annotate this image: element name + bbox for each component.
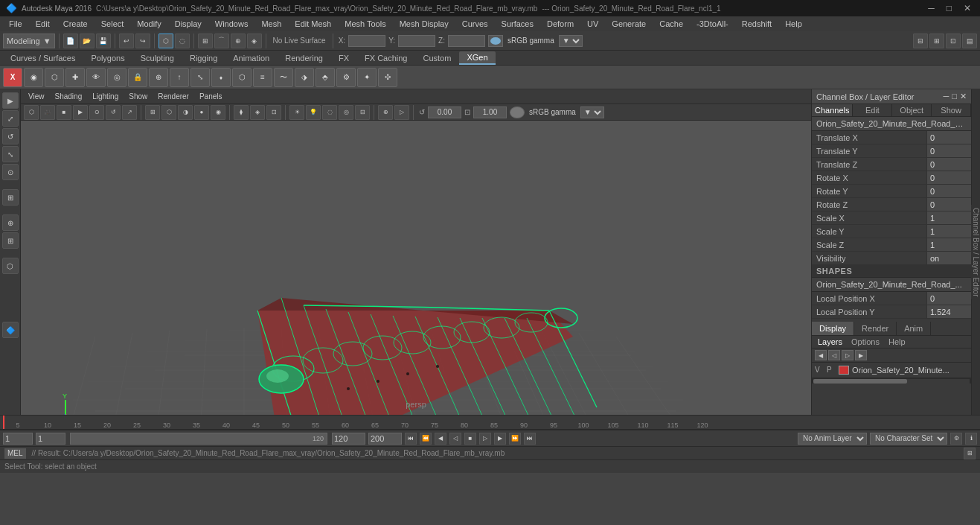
shelf-icon-eye2[interactable]: ◎ bbox=[107, 68, 126, 87]
vp-btn-1[interactable]: ⬡ bbox=[24, 105, 39, 120]
vp-ao-btn[interactable]: ◌ bbox=[322, 105, 337, 120]
tool-2[interactable]: ⤢ bbox=[2, 110, 19, 127]
vp-menu-lighting[interactable]: Lighting bbox=[88, 92, 123, 101]
layer-btn-fwd[interactable]: ▶ bbox=[855, 350, 867, 360]
frame-current-input[interactable] bbox=[36, 433, 65, 445]
channel-value-lpx[interactable]: 0 bbox=[926, 292, 971, 305]
vp-btn-2[interactable]: 🎥 bbox=[40, 105, 55, 120]
anim-btn-start[interactable]: ⏮ bbox=[405, 433, 417, 445]
cb-tab-channels[interactable]: Channels bbox=[812, 104, 853, 116]
layer-p-btn[interactable]: P bbox=[827, 366, 836, 374]
color-swatch[interactable] bbox=[488, 35, 503, 47]
shelf-tab-animation[interactable]: Animation bbox=[225, 52, 277, 64]
new-file-btn[interactable]: 📄 bbox=[63, 34, 78, 48]
cb-minimize-btn[interactable]: ─ bbox=[944, 92, 949, 101]
shelf-tab-xgen[interactable]: XGen bbox=[459, 51, 495, 65]
tool-7[interactable]: ⊕ bbox=[2, 214, 19, 231]
anim-btn-play-fwd[interactable]: ▷ bbox=[479, 433, 491, 445]
display-tab-render[interactable]: Render bbox=[854, 322, 897, 335]
menu-redshift[interactable]: Redshift bbox=[736, 18, 778, 30]
close-button[interactable]: ✕ bbox=[961, 3, 974, 13]
channel-value-ry[interactable]: 0 bbox=[926, 185, 971, 197]
channel-value-tz[interactable]: 0 bbox=[926, 158, 971, 171]
view3d[interactable]: X Y Z persp bbox=[21, 121, 811, 415]
snap-grid-btn[interactable]: ⊞ bbox=[198, 34, 213, 48]
vp-light2-btn[interactable]: 💡 bbox=[306, 105, 321, 120]
vp-menu-panels[interactable]: Panels bbox=[195, 92, 227, 101]
menu-windows[interactable]: Windows bbox=[209, 18, 254, 30]
layer-tab-layers[interactable]: Layers bbox=[815, 337, 845, 346]
vp-shadow-btn[interactable]: ⊡ bbox=[266, 105, 281, 120]
shelf-icon-shape4[interactable]: ⬘ bbox=[316, 68, 335, 87]
menu-modify[interactable]: Modify bbox=[131, 18, 167, 30]
y-value-field[interactable] bbox=[398, 35, 435, 47]
vp-shade-btn[interactable]: ◑ bbox=[178, 105, 193, 120]
shelf-tab-polygons[interactable]: Polygons bbox=[83, 52, 132, 64]
anim-btn-stop[interactable]: ■ bbox=[464, 433, 476, 445]
channel-box-edge-label[interactable]: Channel Box / Layer Editor bbox=[971, 205, 980, 300]
menu-cache[interactable]: Cache bbox=[653, 18, 689, 30]
shelf-icon-shape3[interactable]: ⬗ bbox=[295, 68, 314, 87]
snap-point-btn[interactable]: ⊕ bbox=[231, 34, 246, 48]
vp-menu-shading[interactable]: Shading bbox=[51, 92, 87, 101]
cb-tab-object[interactable]: Object bbox=[892, 104, 932, 116]
open-file-btn[interactable]: 📂 bbox=[80, 34, 95, 48]
vp-menu-view[interactable]: View bbox=[24, 92, 49, 101]
anim-btn-next-frame[interactable]: ▶ bbox=[494, 433, 506, 445]
channel-value-sy[interactable]: 1 bbox=[926, 225, 971, 238]
menu-edit-mesh[interactable]: Edit Mesh bbox=[289, 18, 337, 30]
snap-surface-btn[interactable]: ◈ bbox=[247, 34, 262, 48]
shelf-tab-fx[interactable]: FX bbox=[331, 52, 356, 64]
rotation-value[interactable]: 0.00 bbox=[428, 106, 461, 118]
shelf-icon-layers[interactable]: ≡ bbox=[253, 68, 272, 87]
lasso-btn[interactable]: ◌ bbox=[175, 34, 190, 48]
channel-value-rx[interactable]: 0 bbox=[926, 171, 971, 184]
shelf-icon-tool1[interactable]: ⚙ bbox=[336, 68, 356, 87]
channel-value-lpy[interactable]: 1.524 bbox=[926, 305, 971, 318]
frame-max-input[interactable] bbox=[332, 433, 365, 445]
vp-btn-7[interactable]: ↗ bbox=[122, 105, 137, 120]
shelf-icon-tool3[interactable]: ✣ bbox=[378, 68, 397, 87]
minimize-button[interactable]: ─ bbox=[925, 3, 938, 13]
tool-9[interactable]: ⬡ bbox=[2, 258, 19, 274]
shelf-tab-custom[interactable]: Custom bbox=[416, 52, 459, 64]
tool-3[interactable]: ↺ bbox=[2, 128, 19, 144]
save-file-btn[interactable]: 💾 bbox=[96, 34, 111, 48]
menu-generate[interactable]: Generate bbox=[606, 18, 652, 30]
z-value-field[interactable] bbox=[448, 35, 485, 47]
tool-8[interactable]: ⊞ bbox=[2, 232, 19, 249]
shelf-icon-move[interactable]: ⤡ bbox=[190, 68, 210, 87]
shelf-icon-shape1[interactable]: ⬧ bbox=[211, 68, 231, 87]
vp-btn-4[interactable]: ▶ bbox=[73, 105, 88, 120]
tool-10[interactable]: 🔷 bbox=[2, 322, 19, 338]
cb-tab-show[interactable]: Show bbox=[932, 104, 971, 116]
cb-tab-edit[interactable]: Edit bbox=[853, 104, 892, 116]
vp-grid-btn[interactable]: ⊞ bbox=[145, 105, 160, 120]
menu-edit[interactable]: Edit bbox=[30, 18, 56, 30]
layout-btn-2[interactable]: ⊞ bbox=[929, 34, 944, 48]
cb-float-btn[interactable]: □ bbox=[952, 92, 957, 101]
menu-mesh-display[interactable]: Mesh Display bbox=[394, 18, 455, 30]
vp-light-btn[interactable]: ☀ bbox=[289, 105, 304, 120]
vp-snap-btn[interactable]: ⊕ bbox=[378, 105, 393, 120]
display-tab-display[interactable]: Display bbox=[812, 322, 854, 335]
scale-value[interactable]: 1.00 bbox=[473, 106, 507, 118]
menu-3dto[interactable]: -3DtoAll- bbox=[691, 18, 734, 30]
frame-range-bar[interactable]: 120 bbox=[70, 433, 327, 445]
vp-shade2-btn[interactable]: ● bbox=[194, 105, 209, 120]
menu-curves[interactable]: Curves bbox=[456, 18, 494, 30]
undo-btn[interactable]: ↩ bbox=[119, 34, 134, 48]
right-edge-tab[interactable]: Channel Box / Layer Editor bbox=[971, 89, 980, 415]
channel-value-ty[interactable]: 0 bbox=[926, 144, 971, 157]
shelf-icon-tool2[interactable]: ✦ bbox=[357, 68, 377, 87]
vp-btn-5[interactable]: ⊙ bbox=[89, 105, 104, 120]
menu-display[interactable]: Display bbox=[169, 18, 208, 30]
no-anim-layer-select[interactable]: No Anim Layer bbox=[798, 433, 867, 445]
menu-help[interactable]: Help bbox=[779, 18, 808, 30]
anim-btn-play-back[interactable]: ◁ bbox=[449, 433, 461, 445]
vp-playblast-btn[interactable]: ▷ bbox=[394, 105, 409, 120]
maximize-button[interactable]: □ bbox=[944, 3, 955, 13]
menu-file[interactable]: File bbox=[3, 18, 28, 30]
anim-info-btn[interactable]: ℹ bbox=[965, 433, 977, 445]
shelf-icon-sphere[interactable]: ◉ bbox=[24, 68, 43, 87]
